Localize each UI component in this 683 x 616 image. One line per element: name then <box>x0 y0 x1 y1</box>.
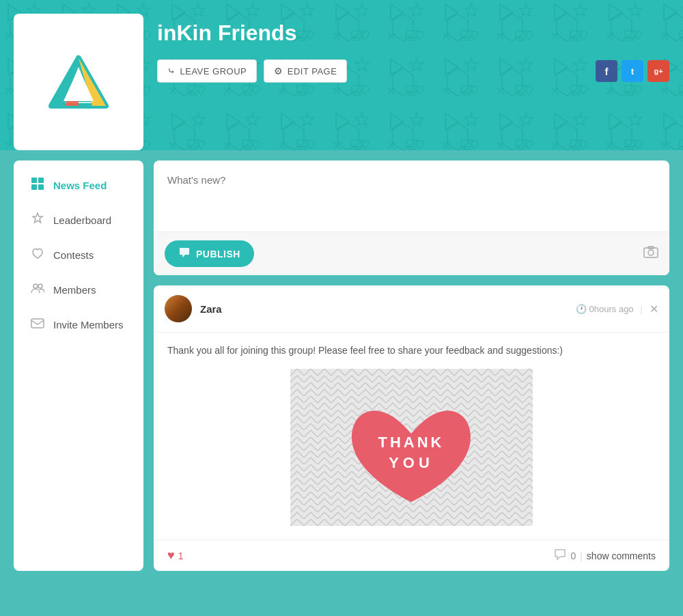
invite-members-icon <box>30 316 45 333</box>
post-compose-box: PUBLISH <box>154 160 669 275</box>
group-logo <box>14 14 143 150</box>
sidebar: News Feed Leaderboard Contests <box>14 160 143 571</box>
divider-pipe: | <box>580 550 583 561</box>
post-footer: ♥ 1 0 | show comments <box>154 540 669 571</box>
sidebar-item-news-feed[interactable]: News Feed <box>18 169 139 202</box>
svg-rect-15 <box>38 178 44 183</box>
sidebar-item-members[interactable]: Members <box>18 273 139 307</box>
leave-icon: ⤷ <box>167 66 176 76</box>
post-time: 🕐 0hours ago <box>576 304 634 314</box>
sidebar-item-invite-members[interactable]: Invite Members <box>18 308 139 341</box>
sidebar-item-label: Members <box>53 284 96 296</box>
svg-rect-20 <box>31 319 44 328</box>
members-icon <box>30 281 45 298</box>
gear-icon: ⚙ <box>274 66 283 76</box>
publish-button[interactable]: PUBLISH <box>165 240 254 267</box>
comment-section: 0 | show comments <box>554 548 656 563</box>
sidebar-item-label: Contests <box>53 249 94 261</box>
svg-point-22 <box>648 250 654 255</box>
post-text: Thank you all for joining this group! Pl… <box>167 344 656 358</box>
contests-icon <box>30 247 45 264</box>
leaderboard-icon <box>30 212 45 229</box>
sidebar-item-contests[interactable]: Contests <box>18 238 139 272</box>
news-feed-icon <box>30 177 45 194</box>
likes-count: 1 <box>178 550 184 561</box>
sidebar-item-label: Invite Members <box>53 319 124 331</box>
thank-you-image: THANK YOU <box>290 369 533 526</box>
group-title: inKin Friends <box>157 20 669 46</box>
svg-point-19 <box>38 284 42 288</box>
edit-page-button[interactable]: ⚙ EDIT PAGE <box>264 59 347 83</box>
svg-text:THANK: THANK <box>378 434 445 451</box>
clock-icon: 🕐 <box>576 304 587 314</box>
svg-rect-14 <box>31 178 37 183</box>
feed-area: PUBLISH Zar <box>154 160 669 571</box>
svg-rect-16 <box>31 184 37 190</box>
post-input[interactable] <box>167 174 656 215</box>
svg-rect-17 <box>38 184 44 190</box>
facebook-share-button[interactable]: f <box>596 60 617 82</box>
comments-count: 0 <box>570 550 576 561</box>
twitter-share-button[interactable]: t <box>622 60 643 82</box>
svg-point-18 <box>33 284 38 288</box>
camera-icon[interactable] <box>643 244 658 263</box>
post-author: Zara <box>200 303 222 315</box>
comment-bubble-icon <box>554 548 566 563</box>
show-comments-link[interactable]: show comments <box>587 550 656 561</box>
heart-icon[interactable]: ♥ <box>167 548 175 563</box>
post-card: Zara 🕐 0hours ago | ✕ Thank you all for … <box>154 285 669 571</box>
googleplus-share-button[interactable]: g+ <box>647 60 669 82</box>
like-section: ♥ 1 <box>167 548 183 563</box>
post-meta: 🕐 0hours ago | ✕ <box>576 303 658 316</box>
sidebar-item-leaderboard[interactable]: Leaderboard <box>18 204 139 237</box>
leave-group-button[interactable]: ⤷ LEAVE GROUP <box>157 59 257 83</box>
sidebar-item-label: Leaderboard <box>53 214 111 226</box>
svg-text:YOU: YOU <box>389 454 434 471</box>
close-post-button[interactable]: ✕ <box>650 303 658 316</box>
publish-chat-icon <box>178 247 191 261</box>
post-body: Thank you all for joining this group! Pl… <box>154 333 669 540</box>
sidebar-item-label: News Feed <box>53 180 107 191</box>
avatar <box>165 295 192 322</box>
svg-rect-21 <box>644 248 658 257</box>
